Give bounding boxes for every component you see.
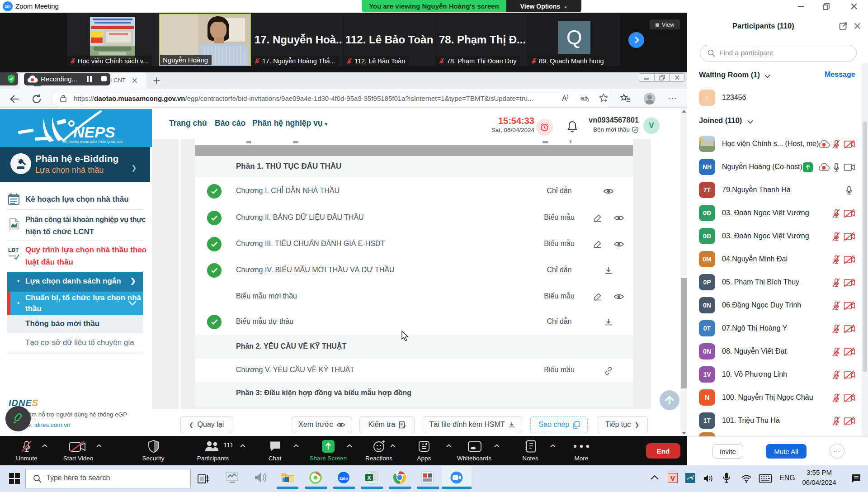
svg-text:Zalo: Zalo	[339, 476, 348, 481]
svg-text:X: X	[367, 475, 371, 481]
svg-text:HỆ THỐNG MẠNG ĐẤU THẦU QUỐC GI: HỆ THỐNG MẠNG ĐẤU THẦU QUỐC GIA	[63, 139, 123, 144]
svg-text:NEPS: NEPS	[73, 123, 115, 141]
